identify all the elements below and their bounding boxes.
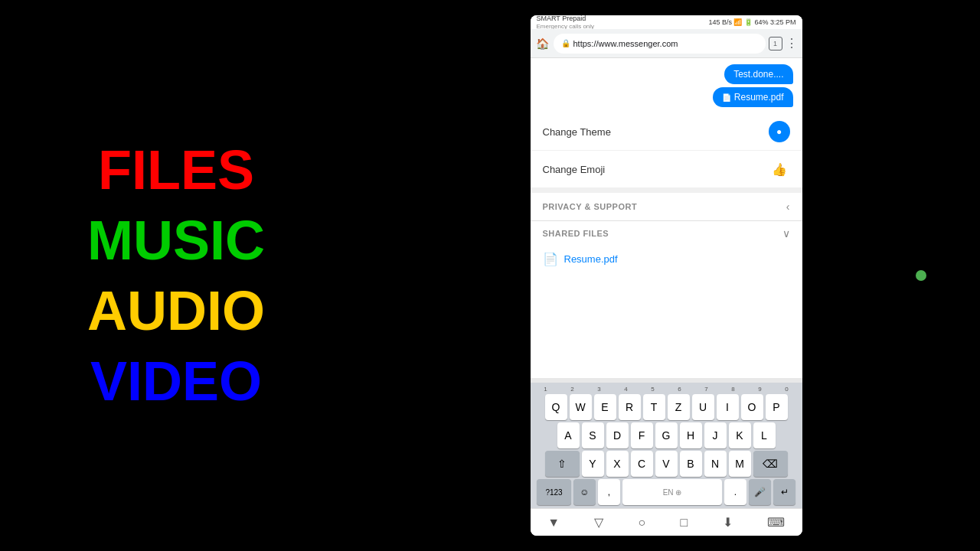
green-indicator-dot (916, 270, 926, 281)
key-i[interactable]: I (717, 394, 739, 420)
key-u[interactable]: U (692, 394, 714, 420)
left-labels: FILES MUSIC AUDIO VIDEO (0, 0, 352, 551)
key-h[interactable]: H (680, 422, 702, 448)
period-key[interactable]: . (724, 479, 746, 505)
label-files: FILES (98, 139, 254, 201)
keyboard-row-3: ⇧ Y X C V B N M ⌫ (532, 451, 801, 477)
shared-files-title: SHARED FILES (543, 229, 609, 238)
label-audio: AUDIO (87, 279, 265, 342)
tab-count[interactable]: 1 (769, 37, 782, 51)
label-video: VIDEO (90, 350, 262, 412)
key-o[interactable]: O (741, 394, 763, 420)
key-x[interactable]: X (606, 451, 629, 477)
shared-files-section-header[interactable]: SHARED FILES ∨ (531, 220, 802, 246)
num-hint-4: 4 (614, 386, 639, 393)
keyboard-row-4: ?123 ☺ , EN ⊕ . 🎤 ↵ (532, 479, 801, 505)
home-icon[interactable]: 🏠 (535, 36, 550, 51)
privacy-support-title: PRIVACY & SUPPORT (543, 202, 638, 211)
carrier-text: SMART Prepaid Emergency calls only (537, 15, 595, 30)
num-hint-8: 8 (721, 386, 746, 393)
emoji-face-key[interactable]: ☺ (573, 479, 596, 505)
symbols-key[interactable]: ?123 (537, 479, 571, 505)
pdf-icon: 📄 (543, 252, 558, 266)
number-hints-row: 1 2 3 4 5 6 7 8 9 0 (532, 386, 801, 393)
back-button[interactable]: ▼ (547, 516, 560, 530)
chat-area: Test.done.... ● 📄 Resume.pdf ● (531, 58, 802, 113)
home-button[interactable]: ▽ (594, 515, 603, 530)
keyboard-row-2: A S D F G H J K L (532, 422, 801, 448)
browser-menu-button[interactable]: ⋮ (786, 36, 798, 51)
menu-section: Change Theme ● Change Emoji 👍 (531, 113, 802, 188)
file-item-container: 📄 Resume.pdf (531, 246, 802, 272)
key-k[interactable]: K (729, 422, 751, 448)
num-hint-7: 7 (694, 386, 719, 393)
delete-key[interactable]: ⌫ (753, 451, 788, 477)
num-hint-1: 1 (534, 386, 558, 393)
change-emoji-item[interactable]: Change Emoji 👍 (531, 151, 802, 188)
key-p[interactable]: P (766, 394, 788, 420)
privacy-support-section[interactable]: PRIVACY & SUPPORT ‹ (531, 188, 802, 220)
square-button[interactable]: □ (681, 516, 688, 530)
label-music: MUSIC (87, 209, 265, 272)
num-hint-9: 9 (748, 386, 773, 393)
mic-key[interactable]: 🎤 (749, 479, 771, 505)
key-r[interactable]: R (619, 394, 641, 420)
key-y[interactable]: Y (582, 451, 604, 477)
file-icon-small: 📄 (722, 93, 731, 102)
lock-icon: 🔒 (561, 39, 570, 47)
keyboard-button[interactable]: ⌨ (767, 515, 785, 530)
change-emoji-label: Change Emoji (543, 164, 606, 175)
message-bubble-file: 📄 Resume.pdf ● (713, 87, 793, 107)
download-button[interactable]: ⬇ (723, 515, 733, 530)
comma-key[interactable]: , (598, 479, 620, 505)
shared-files-chevron-icon: ∨ (782, 227, 790, 240)
privacy-chevron-icon: ‹ (786, 201, 790, 213)
num-hint-2: 2 (560, 386, 585, 393)
num-hint-0: 0 (775, 386, 799, 393)
key-j[interactable]: J (704, 422, 727, 448)
red-arrow-annotation (531, 247, 534, 278)
key-f[interactable]: F (631, 422, 653, 448)
emoji-icon: 👍 (769, 158, 790, 180)
shift-key[interactable]: ⇧ (545, 451, 580, 477)
key-a[interactable]: A (557, 422, 580, 448)
bottom-nav: ▼ ▽ ○ □ ⬇ ⌨ (531, 508, 802, 536)
change-theme-item[interactable]: Change Theme ● (531, 113, 802, 151)
key-g[interactable]: G (655, 422, 678, 448)
empty-space (531, 272, 802, 378)
browser-chrome: 🏠 🔒 https://www.messenger.com 1 ⋮ (531, 29, 802, 58)
key-m[interactable]: M (729, 451, 751, 477)
key-d[interactable]: D (606, 422, 629, 448)
key-q[interactable]: Q (545, 394, 567, 420)
file-link[interactable]: Resume.pdf (564, 253, 618, 265)
keyboard-row-1: Q W E R T Z U I O P (532, 394, 801, 420)
status-icons: 145 B/s 📶 🔋 64% 3:25 PM (708, 18, 795, 26)
url-text: https://www.messenger.com (573, 39, 678, 48)
enter-key[interactable]: ↵ (773, 479, 795, 505)
key-z[interactable]: Z (668, 394, 690, 420)
url-bar[interactable]: 🔒 https://www.messenger.com (554, 34, 766, 54)
num-hint-5: 5 (641, 386, 665, 393)
key-c[interactable]: C (631, 451, 653, 477)
phone-screen: SMART Prepaid Emergency calls only 145 B… (531, 15, 802, 536)
key-w[interactable]: W (570, 394, 592, 420)
messenger-content: Test.done.... ● 📄 Resume.pdf ● Change Th… (531, 58, 802, 378)
num-hint-3: 3 (587, 386, 612, 393)
keyboard: 1 2 3 4 5 6 7 8 9 0 Q W E R T Z U I (531, 383, 802, 508)
num-hint-6: 6 (668, 386, 692, 393)
key-b[interactable]: B (680, 451, 702, 477)
key-v[interactable]: V (655, 451, 678, 477)
key-n[interactable]: N (704, 451, 727, 477)
key-e[interactable]: E (594, 394, 616, 420)
phone-frame: SMART Prepaid Emergency calls only 145 B… (352, 0, 980, 551)
status-bar: SMART Prepaid Emergency calls only 145 B… (531, 15, 802, 29)
file-item[interactable]: 📄 Resume.pdf (531, 246, 802, 272)
change-theme-label: Change Theme (543, 126, 611, 138)
theme-icon: ● (769, 121, 790, 142)
key-s[interactable]: S (582, 422, 604, 448)
key-t[interactable]: T (643, 394, 665, 420)
message-bubble-test: Test.done.... ● (724, 64, 792, 84)
space-key[interactable]: EN ⊕ (622, 479, 722, 505)
circle-button[interactable]: ○ (639, 516, 646, 530)
key-l[interactable]: L (753, 422, 776, 448)
